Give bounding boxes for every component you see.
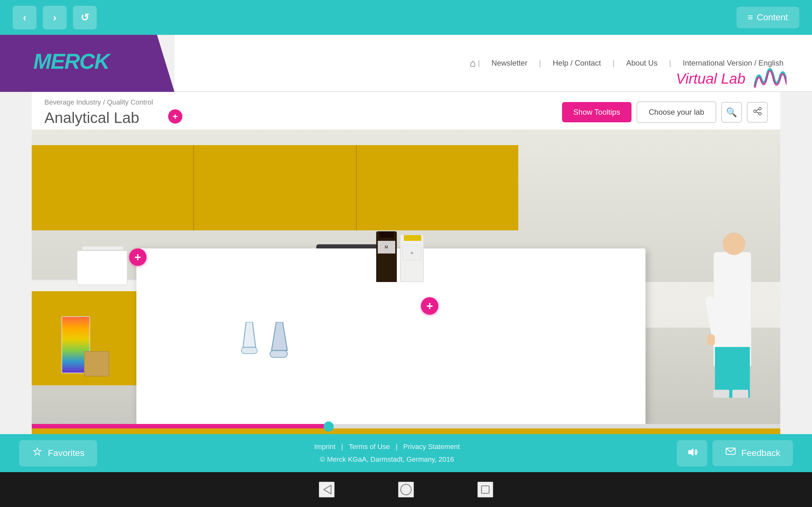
liquid-container [84, 351, 109, 377]
svg-marker-11 [688, 448, 693, 456]
android-home-button[interactable] [398, 482, 414, 498]
white-bottle: ⚠ [400, 234, 424, 282]
logo-area: MERCK [0, 35, 174, 92]
show-tooltips-button[interactable]: Show Tooltips [562, 102, 632, 122]
home-icon[interactable]: ⌂ [470, 57, 476, 69]
footer-copyright-line: © Merck KGaA, Darmstadt, Germany, 2016 [314, 453, 460, 466]
progress-bar-track[interactable] [32, 424, 780, 429]
virtual-lab-logo [752, 66, 786, 90]
bottle-cap-white [404, 235, 421, 241]
header-info-hotspot[interactable]: + [168, 109, 183, 124]
progress-bar-fill [32, 424, 331, 429]
browser-nav-buttons: ‹ › ↺ [13, 6, 97, 30]
search-button[interactable]: 🔍 [721, 102, 742, 123]
back-icon: ‹ [23, 12, 26, 23]
lab-toolbar: Show Tooltips Choose your lab 🔍 [562, 101, 768, 123]
help-contact-link[interactable]: Help / Contact [543, 59, 611, 67]
lab-header: Beverage Industry / Quality Control Anal… [32, 92, 780, 130]
dark-bottle: M [376, 231, 397, 282]
svg-point-14 [401, 484, 411, 495]
upper-cabinet-door-2 [194, 145, 357, 230]
browser-bar: ‹ › ↺ ≡ Content [0, 0, 812, 35]
bottom-bar: Favorites Imprint | Terms of Use | Priva… [0, 434, 812, 472]
yellow-bottom-strip [32, 429, 780, 434]
terms-link[interactable]: Terms of Use [349, 443, 390, 451]
lab-person [707, 233, 758, 398]
volume-button[interactable] [677, 440, 707, 466]
virtual-lab-text: Virtual Lab [676, 70, 745, 87]
language-link[interactable]: International Version / English [673, 59, 793, 67]
footer-right-buttons: Feedback [677, 440, 793, 466]
person-shoe-left [713, 390, 729, 398]
svg-line-4 [756, 109, 759, 111]
share-icon [753, 107, 762, 118]
privacy-link[interactable]: Privacy Statement [403, 443, 460, 451]
svg-rect-8 [241, 347, 257, 354]
footer-nav-line: Imprint | Terms of Use | Privacy Stateme… [314, 441, 460, 453]
refresh-icon: ↺ [81, 11, 89, 23]
forward-icon: › [53, 12, 56, 23]
upper-cabinet-door-1 [32, 145, 194, 230]
person-head [723, 233, 745, 255]
person-shoe-right [732, 390, 748, 398]
search-icon: 🔍 [726, 107, 737, 118]
feedback-label: Feedback [741, 448, 780, 458]
svg-rect-15 [481, 486, 489, 493]
lab-container: Beverage Industry / Quality Control Anal… [32, 92, 780, 434]
upper-cabinet-row [32, 145, 518, 230]
footer-links: Imprint | Terms of Use | Privacy Stateme… [314, 441, 460, 465]
refresh-button[interactable]: ↺ [73, 6, 97, 30]
feedback-button[interactable]: Feedback [712, 440, 793, 466]
forward-button[interactable]: › [43, 6, 67, 30]
bottle-label-white: ⚠ [402, 245, 421, 261]
share-button[interactable] [747, 102, 768, 123]
main-area: MERCK ⌂ | Newsletter | Help / Contact | … [0, 35, 812, 472]
hotspot-1[interactable]: + [129, 248, 147, 266]
svg-point-1 [759, 107, 761, 110]
content-label: Content [757, 12, 788, 22]
reagent-bottles: M ⚠ [376, 231, 424, 282]
svg-text:MERCK: MERCK [33, 49, 111, 73]
upper-cabinet-door-3 [357, 145, 518, 230]
back-button[interactable]: ‹ [13, 6, 37, 30]
svg-marker-7 [243, 322, 256, 347]
bottle-cap-dark [379, 231, 394, 238]
flask-2 [267, 322, 292, 363]
lab-scene: M ⚠ [32, 130, 780, 434]
favorites-star-icon [32, 447, 43, 460]
svg-rect-10 [270, 350, 287, 357]
svg-marker-13 [324, 485, 331, 494]
content-icon: ≡ [748, 12, 753, 22]
balance-pan [82, 246, 123, 250]
hotspot-2[interactable]: + [421, 297, 438, 315]
favorites-button[interactable]: Favorites [19, 440, 97, 466]
person-hand [707, 334, 715, 345]
android-back-button[interactable] [319, 482, 335, 498]
android-recents-button[interactable] [477, 482, 493, 498]
flask-1 [238, 322, 260, 360]
volume-icon [687, 450, 698, 460]
favorites-label: Favorites [48, 448, 84, 458]
merck-logo: MERCK [30, 48, 125, 78]
svg-line-5 [756, 112, 759, 113]
imprint-link[interactable]: Imprint [314, 443, 335, 451]
flask-group [238, 322, 292, 363]
about-us-link[interactable]: About Us [617, 59, 667, 67]
svg-point-2 [754, 110, 756, 112]
newsletter-link[interactable]: Newsletter [482, 59, 537, 67]
bottle-label-dark: M [378, 241, 395, 253]
choose-lab-button[interactable]: Choose your lab [637, 101, 716, 123]
svg-marker-9 [271, 322, 287, 350]
content-button[interactable]: ≡ Content [737, 7, 799, 28]
svg-point-3 [759, 112, 761, 115]
feedback-icon [725, 447, 736, 460]
balance-device [77, 250, 128, 285]
android-nav-bar [0, 472, 812, 507]
